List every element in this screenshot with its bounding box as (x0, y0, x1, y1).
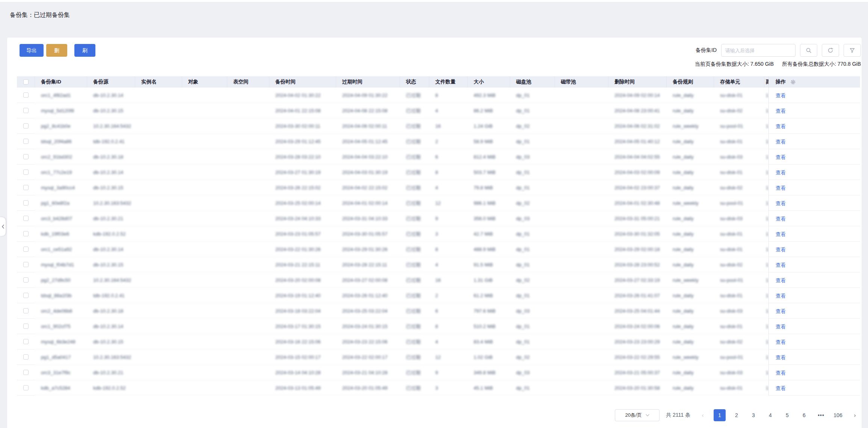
next-page-button[interactable]: › (849, 409, 861, 421)
view-link[interactable]: 查看 (776, 278, 786, 283)
cell-disk_pool: dp_01 (510, 226, 555, 242)
cell-delete_time: 2024-03-22 02:29:55 (608, 349, 667, 365)
view-link[interactable]: 查看 (776, 262, 786, 268)
cell-expire_time: 2024-04-06 02:00:11 (336, 118, 400, 134)
reset-button[interactable] (822, 44, 839, 57)
view-link[interactable]: 查看 (776, 154, 786, 160)
actions-header-label: 操作 (776, 76, 786, 88)
search-button[interactable] (800, 44, 817, 57)
row-checkbox[interactable] (23, 154, 29, 159)
cell-source: db-10.2.30.15 (87, 334, 135, 349)
page-size-select[interactable]: 20条/页 (615, 409, 660, 421)
cell-size: 349.8 MiB (468, 365, 510, 380)
cell-id: orc3_31e7f9c (35, 365, 87, 380)
cell-size: 356.0 MiB (468, 211, 510, 226)
cell-source: db-10.2.30.15 (87, 180, 135, 195)
cell-id: kdb_19f03e6 (35, 226, 87, 242)
cell-storage_unit: su-disk-01 (714, 134, 764, 149)
row-checkbox-cell (17, 195, 35, 211)
column-header-backup_time: 备份时间 (269, 76, 336, 88)
cell-status: 已过期 (400, 134, 429, 149)
view-link[interactable]: 查看 (776, 339, 786, 345)
page-button-106[interactable]: 106 (832, 409, 844, 421)
row-actions-cell: 查看 (769, 257, 860, 272)
pager-ellipsis: ••• (815, 409, 827, 421)
view-link[interactable]: 查看 (776, 247, 786, 253)
view-link[interactable]: 查看 (776, 139, 786, 145)
cell-rule: rule_weekly (667, 118, 714, 134)
select-all-checkbox[interactable] (23, 79, 29, 85)
row-checkbox[interactable] (23, 200, 29, 206)
row-checkbox[interactable] (23, 108, 29, 113)
table-row: mysql_5d120f8db-10.2.30.152024-04-01 22:… (35, 103, 842, 118)
row-checkbox[interactable] (23, 385, 29, 390)
view-link[interactable]: 查看 (776, 170, 786, 175)
backup-set-id-input[interactable] (721, 44, 796, 57)
cell-source: db-10.2.30.18 (87, 149, 135, 165)
row-checkbox[interactable] (23, 262, 29, 267)
view-link[interactable]: 查看 (776, 216, 786, 222)
page-button-1[interactable]: 1 (714, 409, 726, 421)
row-checkbox[interactable] (23, 216, 29, 221)
filter-button[interactable] (844, 44, 861, 57)
view-link[interactable]: 查看 (776, 293, 786, 299)
refresh-button[interactable]: 刷新 (74, 44, 95, 57)
cell-status: 已过期 (400, 226, 429, 242)
cell-source: db-10.2.30.21 (87, 211, 135, 226)
cell-status: 已过期 (400, 257, 429, 272)
cell-delete_time: 2024-04-06 02:31:02 (608, 118, 667, 134)
row-checkbox[interactable] (23, 277, 29, 283)
cell-delete_time: 2024-04-02 23:00:37 (608, 180, 667, 195)
row-actions-cell: 查看 (769, 211, 860, 226)
row-checkbox[interactable] (23, 370, 29, 375)
row-checkbox[interactable] (23, 169, 29, 175)
view-link[interactable]: 查看 (776, 231, 786, 237)
search-icon (806, 47, 812, 53)
cell-id: mysql_f04b7d1 (35, 257, 87, 272)
cell-expire_time: 2024-03-24 01:30:15 (336, 319, 400, 334)
row-checkbox[interactable] (23, 354, 29, 360)
prev-page-button[interactable]: ‹ (697, 409, 709, 421)
delete-button[interactable]: 删除 (46, 44, 67, 57)
row-checkbox[interactable] (23, 123, 29, 129)
cell-expire_time: 2024-03-22 02:00:17 (336, 349, 400, 365)
page-button-5[interactable]: 5 (781, 409, 793, 421)
view-link[interactable]: 查看 (776, 370, 786, 376)
cell-status: 已过期 (400, 149, 429, 165)
page-button-4[interactable]: 4 (764, 409, 776, 421)
row-checkbox[interactable] (23, 324, 29, 329)
cell-file_count: 4 (429, 257, 468, 272)
view-link[interactable]: 查看 (776, 309, 786, 314)
drawer-expand-handle[interactable] (0, 217, 6, 236)
page-button-3[interactable]: 3 (747, 409, 759, 421)
page-button-2[interactable]: 2 (731, 409, 743, 421)
view-link[interactable]: 查看 (776, 108, 786, 114)
page-button-6[interactable]: 6 (798, 409, 810, 421)
cell-disk_pool: dp_03 (510, 303, 555, 319)
row-checkbox[interactable] (23, 231, 29, 236)
row-actions-cell: 查看 (769, 226, 860, 242)
row-checkbox[interactable] (23, 339, 29, 344)
row-checkbox[interactable] (23, 293, 29, 298)
view-link[interactable]: 查看 (776, 324, 786, 330)
view-link[interactable]: 查看 (776, 185, 786, 191)
view-link[interactable]: 查看 (776, 124, 786, 129)
actions-column-header: 操作 (768, 76, 860, 88)
row-actions-cell: 查看 (769, 365, 860, 380)
column-settings-gear-icon[interactable] (790, 79, 796, 85)
view-link[interactable]: 查看 (776, 386, 786, 391)
row-checkbox[interactable] (23, 92, 29, 98)
column-header-status: 状态 (400, 76, 429, 88)
export-button[interactable]: 导出 (20, 44, 44, 57)
cell-status: 已过期 (400, 319, 429, 334)
cell-status: 已过期 (400, 211, 429, 226)
view-link[interactable]: 查看 (776, 355, 786, 360)
row-checkbox[interactable] (23, 139, 29, 144)
cell-source: db-10.2.30.14 (87, 242, 135, 257)
view-link[interactable]: 查看 (776, 201, 786, 206)
row-checkbox[interactable] (23, 185, 29, 190)
view-link[interactable]: 查看 (776, 93, 786, 98)
cell-delete_time: 2024-03-30 01:32:05 (608, 226, 667, 242)
row-checkbox[interactable] (23, 247, 29, 252)
row-checkbox[interactable] (23, 308, 29, 313)
